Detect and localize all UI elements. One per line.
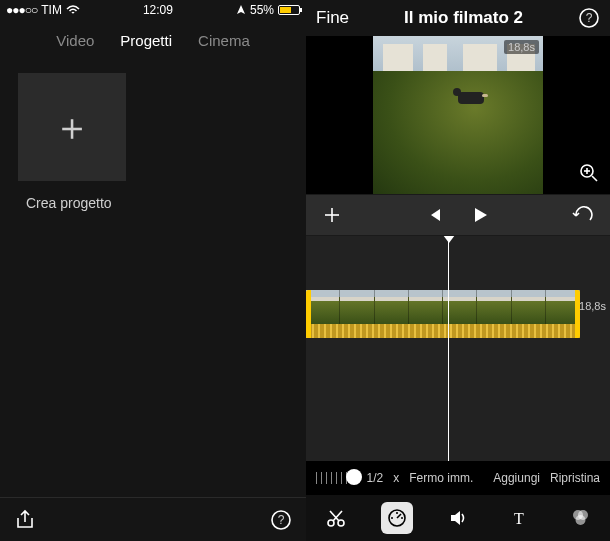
svg-line-15: [397, 514, 401, 518]
svg-text:?: ?: [586, 11, 593, 25]
top-tabs: Video Progetti Cinema: [0, 20, 306, 63]
speed-tool[interactable]: [381, 502, 413, 534]
svg-text:T: T: [514, 510, 524, 527]
video-track[interactable]: [306, 290, 580, 324]
done-button[interactable]: Fine: [316, 8, 349, 28]
wifi-icon: [66, 5, 80, 15]
battery-pct: 55%: [250, 3, 274, 17]
carrier-label: TIM: [41, 3, 62, 17]
left-footer: ?: [0, 497, 306, 541]
audio-track[interactable]: [306, 324, 580, 338]
project-title: Il mio filmato 2: [404, 8, 523, 28]
tool-row: T: [306, 495, 610, 541]
help-icon[interactable]: ?: [578, 7, 600, 29]
clip-handle-right[interactable]: [575, 290, 580, 338]
status-bar: ●●●○○ TIM 12:09 55%: [0, 0, 306, 20]
projects-pane: ●●●○○ TIM 12:09 55% Video Progetti Cinem…: [0, 0, 306, 541]
timeline[interactable]: 18,8s: [306, 236, 610, 461]
signal-dots: ●●●○○: [6, 3, 37, 17]
location-icon: [236, 5, 246, 15]
freeze-frame-label: Fermo imm.: [409, 471, 473, 485]
battery-icon: [278, 5, 300, 15]
create-project-label: Crea progetto: [18, 195, 288, 211]
clock: 12:09: [143, 3, 173, 17]
filters-tool[interactable]: [564, 502, 596, 534]
svg-line-5: [592, 176, 597, 181]
undo-button[interactable]: [572, 206, 594, 224]
speed-ratio: 1/2: [367, 471, 384, 485]
export-icon[interactable]: [14, 509, 36, 531]
speed-slider[interactable]: [316, 472, 357, 484]
help-icon[interactable]: ?: [270, 509, 292, 531]
reset-button[interactable]: Ripristina: [550, 471, 600, 485]
editor-header: Fine Il mio filmato 2 ?: [306, 0, 610, 36]
speed-row: 1/2 x Fermo imm. Aggiungi Ripristina: [306, 461, 610, 495]
add-media-button[interactable]: [322, 205, 342, 225]
skip-start-button[interactable]: [425, 206, 443, 224]
preview-area: 18,8s: [306, 36, 610, 194]
cut-tool[interactable]: [320, 502, 352, 534]
speed-x: x: [393, 471, 399, 485]
preview-thumbnail[interactable]: 18,8s: [373, 36, 543, 194]
play-button[interactable]: [471, 206, 489, 224]
svg-point-22: [575, 515, 585, 525]
editor-pane: Fine Il mio filmato 2 ? 18,8s: [306, 0, 610, 541]
tab-video[interactable]: Video: [56, 32, 94, 49]
transport-bar: [306, 194, 610, 236]
playhead[interactable]: [448, 236, 449, 461]
svg-text:?: ?: [278, 513, 285, 527]
tab-progetti[interactable]: Progetti: [120, 32, 172, 49]
zoom-icon[interactable]: [578, 162, 600, 184]
preview-duration-badge: 18,8s: [504, 40, 539, 54]
timeline-duration: 18,8s: [579, 300, 606, 312]
text-tool[interactable]: T: [503, 502, 535, 534]
clip-handle-left[interactable]: [306, 290, 311, 338]
plus-icon: ＋: [53, 102, 91, 153]
add-button[interactable]: Aggiungi: [493, 471, 540, 485]
create-project-tile[interactable]: ＋: [18, 73, 126, 181]
speed-knob[interactable]: [346, 469, 362, 485]
audio-tool[interactable]: [442, 502, 474, 534]
tab-cinema[interactable]: Cinema: [198, 32, 250, 49]
